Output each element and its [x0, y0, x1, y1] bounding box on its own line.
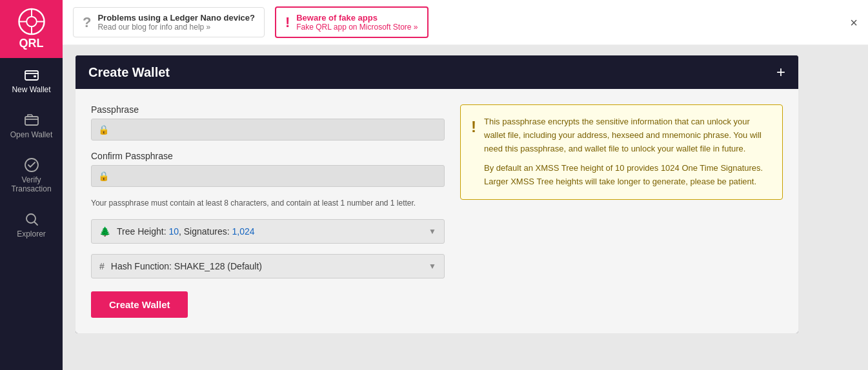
signatures-value: 1,024	[232, 226, 254, 237]
chevron-down2-icon: ▼	[429, 262, 436, 271]
panel-add-button[interactable]: +	[776, 64, 785, 80]
exclamation-icon: !	[471, 118, 476, 136]
svg-point-1	[26, 17, 37, 27]
topbar-ledger-notice: ? Problems using a Ledger Nano device? R…	[73, 7, 265, 37]
sidebar-item-verify-transaction-label: Verify Transaction	[5, 175, 57, 193]
qrl-logo-icon	[17, 8, 46, 35]
topbar-notice-subtitle: Read our blog for info and help »	[97, 23, 254, 32]
topbar-warning-title: Beware of fake apps	[296, 13, 418, 23]
sidebar-item-new-wallet[interactable]: New Wallet	[0, 58, 63, 103]
svg-line-11	[34, 222, 37, 226]
warning-icon: !	[285, 14, 290, 31]
confirm-passphrase-label: Confirm Passphrase	[91, 151, 445, 161]
lock2-icon: 🔒	[98, 171, 109, 181]
confirm-passphrase-input[interactable]	[114, 171, 438, 181]
confirm-passphrase-input-wrapper: 🔒	[91, 165, 445, 187]
lock-icon: 🔒	[98, 124, 109, 135]
hash-function-select[interactable]: # Hash Function: SHAKE_128 (Default) ▼	[91, 254, 445, 278]
main-content: ? Problems using a Ledger Nano device? R…	[63, 0, 868, 370]
topbar-warning-subtitle: Fake QRL app on Microsoft Store »	[296, 23, 418, 32]
open-wallet-icon	[24, 112, 39, 128]
panel-title: Create Wallet	[88, 65, 170, 80]
info-box-text: This passphrase encrypts the sensitive i…	[484, 115, 772, 189]
hash-icon: #	[99, 261, 105, 271]
svg-rect-6	[25, 71, 38, 80]
form-left: Passphrase 🔒 Confirm Passphrase 🔒	[91, 104, 445, 318]
tree-icon: 🌲	[99, 226, 110, 237]
svg-rect-8	[25, 117, 38, 125]
form-right: ! This passphrase encrypts the sensitive…	[460, 104, 783, 318]
sidebar-item-new-wallet-label: New Wallet	[12, 85, 50, 94]
passphrase-input[interactable]	[114, 124, 438, 135]
tree-height-select[interactable]: 🌲 Tree Height: 10, Signatures: 1,024 ▼	[91, 219, 445, 244]
search-icon	[24, 211, 39, 227]
sidebar-logo-text: QRL	[19, 37, 44, 50]
tree-height-value: 10	[168, 226, 179, 237]
tree-height-select-text: Tree Height: 10, Signatures: 1,024	[117, 226, 422, 237]
check-circle-icon	[24, 157, 39, 173]
panel-body: Passphrase 🔒 Confirm Passphrase 🔒	[76, 89, 798, 333]
create-wallet-button[interactable]: Create Wallet	[91, 291, 188, 318]
hash-function-select-text: Hash Function: SHAKE_128 (Default)	[111, 261, 422, 271]
passphrase-hint: Your passphrase must contain at least 8 …	[91, 197, 445, 209]
info-box: ! This passphrase encrypts the sensitive…	[460, 104, 783, 200]
sidebar-item-open-wallet-label: Open Wallet	[10, 130, 53, 139]
sidebar: QRL New Wallet Open Wallet Verify Transa…	[0, 0, 63, 370]
confirm-passphrase-group: Confirm Passphrase 🔒	[91, 151, 445, 187]
chevron-down-icon: ▼	[429, 227, 436, 236]
topbar: ? Problems using a Ledger Nano device? R…	[63, 0, 868, 45]
topbar-notice-title: Problems using a Ledger Nano device?	[97, 13, 254, 23]
sidebar-logo: QRL	[0, 0, 63, 58]
info-paragraph1: This passphrase encrypts the sensitive i…	[484, 115, 772, 155]
create-wallet-panel: Create Wallet + Passphrase 🔒	[76, 55, 798, 333]
sidebar-item-explorer-label: Explorer	[17, 229, 46, 239]
wallet-icon	[24, 67, 39, 83]
form-layout: Passphrase 🔒 Confirm Passphrase 🔒	[91, 104, 783, 318]
svg-rect-7	[34, 75, 36, 77]
topbar-fake-apps-warning: ! Beware of fake apps Fake QRL app on Mi…	[275, 6, 429, 38]
panel-header: Create Wallet +	[76, 55, 798, 89]
passphrase-group: Passphrase 🔒	[91, 104, 445, 141]
topbar-close-button[interactable]: ×	[850, 16, 858, 29]
info-paragraph2: By default an XMSS Tree height of 10 pro…	[484, 162, 772, 189]
sidebar-item-open-wallet[interactable]: Open Wallet	[0, 103, 63, 148]
sidebar-item-verify-transaction[interactable]: Verify Transaction	[0, 148, 63, 202]
question-icon: ?	[83, 14, 91, 31]
topbar-warning-text: Beware of fake apps Fake QRL app on Micr…	[296, 13, 418, 32]
passphrase-input-wrapper: 🔒	[91, 119, 445, 141]
page-content: Create Wallet + Passphrase 🔒	[63, 45, 868, 370]
passphrase-label: Passphrase	[91, 104, 445, 115]
topbar-notice-text: Problems using a Ledger Nano device? Rea…	[97, 13, 254, 32]
sidebar-item-explorer[interactable]: Explorer	[0, 202, 63, 248]
